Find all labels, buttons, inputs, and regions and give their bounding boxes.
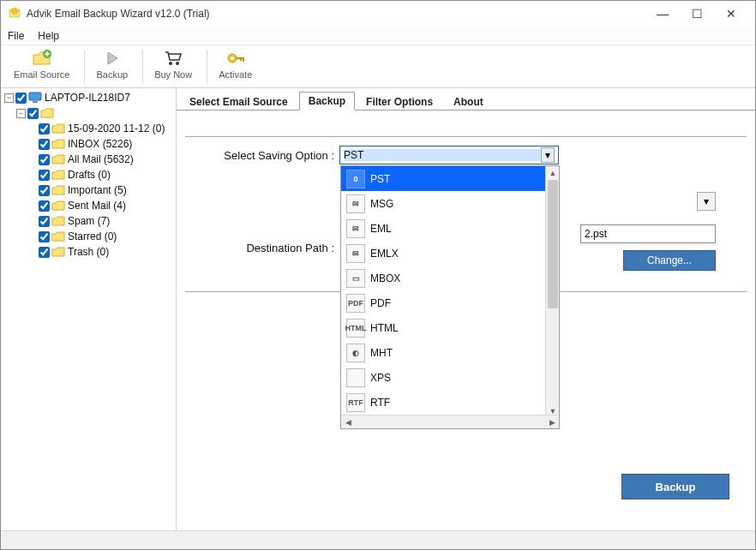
menu-help[interactable]: Help: [38, 30, 59, 42]
dropdown-option-label: MBOX: [370, 272, 400, 284]
tree-folder-row[interactable]: Spam (7): [4, 213, 176, 229]
backup-button[interactable]: Backup: [621, 474, 729, 499]
tab-about[interactable]: About: [444, 93, 493, 111]
scroll-down-icon[interactable]: ▼: [546, 404, 559, 415]
toolbar-backup-label: Backup: [96, 69, 128, 80]
scroll-thumb[interactable]: [548, 180, 558, 308]
tree-collapse-icon[interactable]: −: [16, 109, 26, 118]
toolbar-email-source[interactable]: Email Source: [6, 45, 77, 84]
tree-item-check[interactable]: [39, 123, 50, 135]
tree-item-check[interactable]: [39, 216, 50, 227]
key-icon: [226, 49, 245, 68]
minimize-button[interactable]: —: [645, 2, 680, 26]
svg-point-1: [169, 62, 172, 65]
dropdown-option-label: PDF: [370, 297, 391, 309]
dropdown-hscroll[interactable]: ◀ ▶: [341, 415, 559, 428]
folder-tree: − LAPTOP-IL218ID7 − 15-09-2020 11-12 (0)…: [1, 88, 177, 530]
maximize-button[interactable]: ☐: [680, 2, 714, 26]
tree-item-check[interactable]: [39, 200, 50, 212]
menubar: File Help: [1, 27, 755, 45]
tree-root-check[interactable]: [15, 93, 27, 104]
tree-item-check[interactable]: [39, 170, 50, 181]
saving-option-label: Select Saving Option :: [185, 149, 339, 162]
dropdown-option-mbox[interactable]: ▭MBOX: [341, 266, 559, 290]
tree-item-label: Starred (0): [68, 229, 117, 244]
destination-label: Destination Path :: [185, 242, 339, 254]
dropdown-option-html[interactable]: HTMLHTML: [341, 315, 559, 340]
format-icon: HTML: [346, 319, 365, 338]
dropdown-option-eml[interactable]: ✉EML: [341, 216, 559, 241]
tree-item-check[interactable]: [39, 185, 50, 196]
tree-subroot-row[interactable]: −: [4, 105, 176, 121]
chevron-down-icon[interactable]: ▾: [541, 147, 555, 163]
tree-folder-row[interactable]: Trash (0): [4, 244, 176, 260]
toolbar-backup[interactable]: Backup: [88, 45, 135, 84]
format-icon: PDF: [346, 294, 365, 313]
dropdown-option-label: RTF: [370, 397, 390, 409]
dropdown-option-mht[interactable]: ◐MHT: [341, 340, 559, 365]
dropdown-option-msg[interactable]: ✉MSG: [341, 191, 559, 216]
folder-icon: [51, 122, 65, 135]
toolbar: Email Source Backup Buy Now Activate: [1, 45, 755, 88]
change-button[interactable]: Change...: [623, 250, 716, 271]
toolbar-buy-now[interactable]: Buy Now: [147, 45, 200, 84]
folder-icon: [51, 230, 65, 243]
dropdown-option-xps[interactable]: XPS: [341, 365, 559, 390]
close-button[interactable]: ✕: [714, 2, 748, 26]
toolbar-separator: [142, 50, 143, 84]
dropdown-option-rtf[interactable]: RTFRTF: [341, 390, 559, 415]
tree-folder-row[interactable]: Starred (0): [4, 229, 176, 244]
format-icon: RTF: [346, 393, 365, 412]
tree-folder-row[interactable]: Drafts (0): [4, 167, 176, 182]
scroll-up-icon[interactable]: ▲: [546, 166, 559, 180]
menu-file[interactable]: File: [8, 30, 24, 42]
tab-filter-options[interactable]: Filter Options: [357, 93, 442, 111]
dropdown-option-pst[interactable]: 0PST: [341, 166, 559, 191]
format-icon: ▭: [346, 269, 365, 288]
tree-folder-row[interactable]: 15-09-2020 11-12 (0): [4, 121, 176, 136]
tree-folder-row[interactable]: INBOX (5226): [4, 136, 176, 152]
tree-item-label: 15-09-2020 11-12 (0): [68, 121, 165, 136]
destination-path-input[interactable]: 2.pst: [580, 224, 716, 243]
saving-option-combo[interactable]: PST ▾ 0PST✉MSG✉EML✉EMLX▭MBOXPDFPDFHTMLHT…: [339, 146, 559, 164]
dropdown-option-pdf[interactable]: PDFPDF: [341, 290, 559, 315]
toolbar-activate[interactable]: Activate: [211, 45, 260, 84]
tree-folder-row[interactable]: All Mail (5632): [4, 152, 176, 167]
tree-item-label: Drafts (0): [68, 167, 111, 182]
dropdown-option-label: MSG: [370, 198, 393, 210]
cart-icon: [164, 49, 183, 68]
svg-point-2: [176, 62, 179, 65]
destination-path-value: 2.pst: [585, 228, 607, 240]
tree-root-row[interactable]: − LAPTOP-IL218ID7: [4, 90, 176, 105]
tree-item-label: All Mail (5632): [68, 152, 134, 167]
tree-collapse-icon[interactable]: −: [4, 93, 14, 103]
toolbar-activate-label: Activate: [219, 69, 252, 80]
tab-select-source[interactable]: Select Email Source: [180, 93, 297, 111]
titlebar: Advik Email Backup Wizard v12.0 (Trial) …: [1, 1, 755, 27]
tree-item-check[interactable]: [39, 139, 50, 150]
folder-icon: [51, 137, 65, 151]
svg-rect-6: [33, 101, 38, 103]
scroll-left-icon[interactable]: ◀: [341, 415, 355, 429]
tree-subroot-check[interactable]: [27, 108, 39, 119]
scroll-right-icon[interactable]: ▶: [545, 415, 559, 429]
format-icon: ◐: [346, 344, 365, 362]
tree-folder-row[interactable]: Sent Mail (4): [4, 198, 176, 213]
tree-folder-row[interactable]: Important (5): [4, 182, 176, 198]
tree-item-check[interactable]: [39, 154, 50, 165]
dropdown-option-label: EML: [370, 223, 392, 235]
dropdown-option-emlx[interactable]: ✉EMLX: [341, 241, 559, 266]
dropdown-vscroll[interactable]: ▲ ▼: [545, 166, 559, 415]
chevron-down-icon[interactable]: ▾: [697, 192, 716, 211]
tree-item-check[interactable]: [39, 247, 50, 258]
tab-strip: Select Email Source Backup Filter Option…: [177, 88, 755, 111]
tab-backup[interactable]: Backup: [299, 92, 355, 111]
folder-icon: [51, 245, 65, 259]
dropdown-option-label: MHT: [370, 347, 393, 359]
folder-plus-icon: [33, 49, 51, 68]
tree-item-check[interactable]: [39, 231, 50, 242]
computer-icon: [28, 91, 42, 105]
format-icon: ✉: [346, 244, 365, 263]
folder-icon: [51, 214, 65, 228]
toolbar-separator: [207, 50, 207, 84]
